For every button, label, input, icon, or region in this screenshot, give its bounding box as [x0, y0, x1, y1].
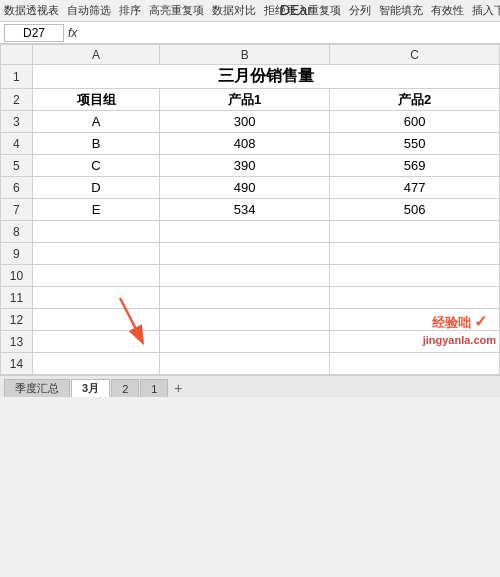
cell-c11[interactable]	[330, 287, 500, 309]
row-1: 1 三月份销售量	[1, 65, 500, 89]
cell-a6[interactable]: D	[32, 177, 159, 199]
col-header-a[interactable]: A	[32, 45, 159, 65]
cell-a3[interactable]: A	[32, 111, 159, 133]
row-4: 4 B 408 550	[1, 133, 500, 155]
row-13: 13	[1, 331, 500, 353]
cell-c10[interactable]	[330, 265, 500, 287]
row-7: 7 E 534 506	[1, 199, 500, 221]
row-num-8: 8	[1, 221, 33, 243]
cell-c7[interactable]: 506	[330, 199, 500, 221]
cell-b11[interactable]	[160, 287, 330, 309]
col-header-b[interactable]: B	[160, 45, 330, 65]
toolbar-sort[interactable]: 排序	[119, 3, 141, 18]
cell-a11[interactable]	[32, 287, 159, 309]
cell-a10[interactable]	[32, 265, 159, 287]
formula-bar: fx	[0, 22, 500, 44]
row-14: 14	[1, 353, 500, 375]
cell-b13[interactable]	[160, 331, 330, 353]
row-num-13: 13	[1, 331, 33, 353]
cell-a13[interactable]	[32, 331, 159, 353]
row-num-5: 5	[1, 155, 33, 177]
row-num-7: 7	[1, 199, 33, 221]
toolbar-autofilter[interactable]: 自动筛选	[67, 3, 111, 18]
fx-label: fx	[68, 26, 77, 40]
cell-c4[interactable]: 550	[330, 133, 500, 155]
row-num-2: 2	[1, 89, 33, 111]
cell-c8[interactable]	[330, 221, 500, 243]
cell-c3[interactable]: 600	[330, 111, 500, 133]
row-num-6: 6	[1, 177, 33, 199]
tab-jan[interactable]: 1	[140, 379, 168, 397]
tab-feb[interactable]: 2	[111, 379, 139, 397]
formula-input[interactable]	[81, 25, 496, 41]
title-cell[interactable]: 三月份销售量	[32, 65, 499, 89]
row-12: 12	[1, 309, 500, 331]
toolbar-reject[interactable]: 拒绝录入重复项	[264, 3, 341, 18]
tab-quarterly[interactable]: 季度汇总	[4, 379, 70, 397]
cell-b10[interactable]	[160, 265, 330, 287]
row-6: 6 D 490 477	[1, 177, 500, 199]
cell-c12[interactable]	[330, 309, 500, 331]
cell-a7[interactable]: E	[32, 199, 159, 221]
toolbar-split[interactable]: 分列	[349, 3, 371, 18]
row-9: 9	[1, 243, 500, 265]
cell-a8[interactable]	[32, 221, 159, 243]
toolbar-highlight[interactable]: 高亮重复项	[149, 3, 204, 18]
row-num-14: 14	[1, 353, 33, 375]
cell-c14[interactable]	[330, 353, 500, 375]
cell-b8[interactable]	[160, 221, 330, 243]
cell-b14[interactable]	[160, 353, 330, 375]
col-header-c[interactable]: C	[330, 45, 500, 65]
cell-a14[interactable]	[32, 353, 159, 375]
header-p1[interactable]: 产品1	[160, 89, 330, 111]
cell-c9[interactable]	[330, 243, 500, 265]
row-8: 8	[1, 221, 500, 243]
row-num-11: 11	[1, 287, 33, 309]
sheet-area: A B C 1 三月份销售量 2 项目组 产品1 产品2 3 A 300	[0, 44, 500, 375]
row-num-1: 1	[1, 65, 33, 89]
cell-a5[interactable]: C	[32, 155, 159, 177]
spreadsheet-grid: A B C 1 三月份销售量 2 项目组 产品1 产品2 3 A 300	[0, 44, 500, 375]
cell-b4[interactable]: 408	[160, 133, 330, 155]
toolbar: 数据透视表 自动筛选 排序 高亮重复项 数据对比 拒绝录入重复项 分列 智能填充…	[0, 0, 500, 22]
cell-a12[interactable]	[32, 309, 159, 331]
cell-b9[interactable]	[160, 243, 330, 265]
cell-b6[interactable]: 490	[160, 177, 330, 199]
row-5: 5 C 390 569	[1, 155, 500, 177]
row-num-12: 12	[1, 309, 33, 331]
cell-a9[interactable]	[32, 243, 159, 265]
header-p2[interactable]: 产品2	[330, 89, 500, 111]
cell-b7[interactable]: 534	[160, 199, 330, 221]
row-2: 2 项目组 产品1 产品2	[1, 89, 500, 111]
toolbar-dropdown[interactable]: 插入下拉框	[472, 3, 500, 18]
sheet-tabs: 季度汇总 3月 2 1 +	[0, 375, 500, 397]
cell-b12[interactable]	[160, 309, 330, 331]
row-num-9: 9	[1, 243, 33, 265]
add-tab-button[interactable]: +	[169, 379, 187, 397]
cell-b5[interactable]: 390	[160, 155, 330, 177]
cell-c5[interactable]: 569	[330, 155, 500, 177]
cell-c13[interactable]	[330, 331, 500, 353]
row-num-3: 3	[1, 111, 33, 133]
cell-a4[interactable]: B	[32, 133, 159, 155]
cell-reference[interactable]	[4, 24, 64, 42]
toolbar-compare[interactable]: 数据对比	[212, 3, 256, 18]
toolbar-smart-fill[interactable]: 智能填充	[379, 3, 423, 18]
cell-b3[interactable]: 300	[160, 111, 330, 133]
row-num-4: 4	[1, 133, 33, 155]
cell-c6[interactable]: 477	[330, 177, 500, 199]
row-11: 11	[1, 287, 500, 309]
header-group[interactable]: 项目组	[32, 89, 159, 111]
tab-march[interactable]: 3月	[71, 379, 110, 397]
row-3: 3 A 300 600	[1, 111, 500, 133]
toolbar-pivot[interactable]: 数据透视表	[4, 3, 59, 18]
row-10: 10	[1, 265, 500, 287]
corner-cell	[1, 45, 33, 65]
row-num-10: 10	[1, 265, 33, 287]
toolbar-valid[interactable]: 有效性	[431, 3, 464, 18]
